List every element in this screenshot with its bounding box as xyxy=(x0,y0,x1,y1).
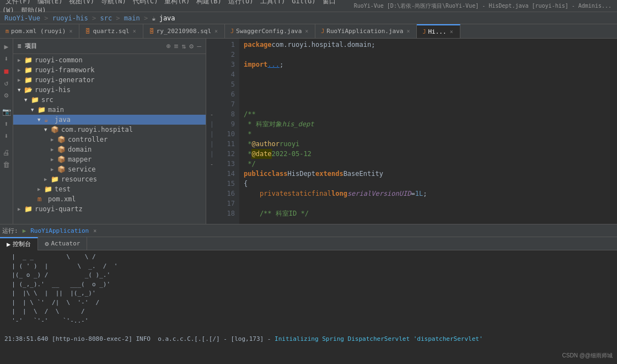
console-line-info: 21:38:51.640 [http-nio-8080-exec-2] INFO… xyxy=(4,335,613,344)
tab-ry-sql[interactable]: 🗄ry_20210908.sql× xyxy=(143,24,225,39)
menu-item[interactable]: 视图(V) xyxy=(66,0,98,5)
sidebar-item-java[interactable]: ▼ ☕ java xyxy=(13,115,206,125)
package-icon: 📦 xyxy=(57,136,66,143)
breadcrumb-item[interactable]: ruoyi-his xyxy=(52,14,88,22)
sidebar-item-mapper[interactable]: ▶ 📦 mapper xyxy=(13,154,206,164)
run-btn[interactable]: ▶ xyxy=(1,41,12,52)
sidebar-item-main[interactable]: ▼ 📁 main xyxy=(13,105,206,115)
tab-hisdept-java[interactable]: JHi...× xyxy=(417,24,460,39)
scroll-down-btn[interactable]: ⬇ xyxy=(1,130,12,141)
folder-icon: 📁 xyxy=(24,56,33,64)
sidebar-icon-sort[interactable]: ⇅ xyxy=(182,42,186,50)
gutter-item xyxy=(206,89,217,99)
sidebar-item-test[interactable]: ▶ 📁 test xyxy=(13,184,206,194)
console-line: | |\ \ | || |(_,_)' xyxy=(4,289,613,298)
delete-btn[interactable]: 🗑 xyxy=(1,159,12,170)
tab-label: RuoYiApplication.java xyxy=(326,28,403,35)
sidebar-item-service[interactable]: ▶ 📦 service xyxy=(13,164,206,174)
sidebar-icon-add[interactable]: ⊕ xyxy=(167,42,171,50)
breadcrumb-item[interactable]: RuoYi-Vue xyxy=(4,14,40,22)
tab-actuator[interactable]: ⚙ Actuator xyxy=(38,237,87,250)
sql-icon: 🗄 xyxy=(85,28,90,34)
menu-bar-title: RuoYi-Vue [D:\若依-尚医疗项目\RuoYi-Vue] - HisD… xyxy=(351,2,615,10)
sidebar-item-ruoyi-framework[interactable]: ▶ 📁 ruoyi-framework xyxy=(13,65,206,75)
folder-icon: 📁 xyxy=(24,76,33,84)
sidebar-item-ruoyi-quartz[interactable]: ▶ 📁 ruoyi-quartz xyxy=(13,204,206,214)
sidebar-icon-list[interactable]: ≡ xyxy=(174,42,179,50)
sidebar-item-ruoyi-common[interactable]: ▶ 📁 ruoyi-common xyxy=(13,55,206,65)
sidebar-item-label: domain xyxy=(68,146,92,153)
tab-close-btn[interactable]: × xyxy=(405,28,411,35)
tab-close-btn[interactable]: × xyxy=(213,28,219,35)
console-line: | _ _ \ \ / xyxy=(4,253,613,262)
rerun-btn[interactable]: ↺ xyxy=(1,77,12,88)
debug-btn[interactable]: ⬇ xyxy=(1,53,12,64)
folder-icon: 📁 xyxy=(24,66,33,74)
tab-quartz-sql[interactable]: 🗄quartz.sql× xyxy=(79,24,143,39)
sidebar-item-label: ruoyi-his xyxy=(35,86,71,94)
line-num: 1 xyxy=(222,40,235,50)
tab-console[interactable]: ▶ 控制台 xyxy=(0,237,38,250)
tab-close-btn[interactable]: × xyxy=(449,28,454,35)
breadcrumb-item[interactable]: src xyxy=(100,14,112,22)
scroll-up-btn[interactable]: ⬆ xyxy=(1,118,12,129)
gutter-item xyxy=(206,50,217,60)
sidebar-item-label: ruoyi-quartz xyxy=(35,205,83,213)
tab-swagger-java[interactable]: JSwaggerConfig.java× xyxy=(225,24,315,39)
menu-item[interactable]: 编辑(E) xyxy=(34,0,66,5)
sidebar-item-resources[interactable]: ▶ 📁 resources xyxy=(13,174,206,184)
gutter-fold[interactable]: - xyxy=(206,109,217,119)
sidebar-item-ruoyi-his[interactable]: ▼ 📂 ruoyi-his xyxy=(13,85,206,95)
console-line: | | \ `' /| \ '-' / xyxy=(4,298,613,308)
folder-icon: 📁 xyxy=(44,185,53,193)
bottom-tabs: ▶ 控制台 ⚙ Actuator xyxy=(0,237,617,250)
print-btn[interactable]: 🖨 xyxy=(1,147,12,158)
stop-btn[interactable]: ■ xyxy=(1,65,12,76)
console-line: | (_,_).' __ ___( o _)' xyxy=(4,280,613,290)
gutter-item xyxy=(206,60,217,69)
sidebar-item-label: controller xyxy=(68,136,108,143)
sidebar-tree: ▶ 📁 ruoyi-common ▶ 📁 ruoyi-framework ▶ 📁 xyxy=(13,54,206,224)
sidebar-item-label: java xyxy=(55,116,71,124)
run-app-name[interactable]: RuoYiApplication xyxy=(30,227,89,234)
sidebar-item-ruoyi-generator[interactable]: ▶ 📁 ruoyi-generator xyxy=(13,75,206,85)
menu-item[interactable]: 运行(U) xyxy=(225,0,257,5)
tab-pom-ruoyi[interactable]: mpom.xml (ruoyi)× xyxy=(0,24,79,39)
run-close-btn[interactable]: × xyxy=(93,228,96,234)
sidebar-icon-minimize[interactable]: — xyxy=(197,42,201,50)
sidebar-item-pom-xml[interactable]: ▶ m pom.xml xyxy=(13,194,206,204)
menu-item[interactable]: 文件(F) xyxy=(2,0,34,5)
sidebar-item-label: service xyxy=(68,165,96,173)
package-icon: 📦 xyxy=(51,126,60,133)
sidebar-icon-settings[interactable]: ⚙ xyxy=(189,42,194,50)
camera-btn[interactable]: 📷 xyxy=(1,106,12,117)
sidebar-item-domain[interactable]: ▶ 📦 domain xyxy=(13,144,206,154)
tab-close-btn[interactable]: × xyxy=(132,28,137,35)
breadcrumb-item[interactable]: ☕ java xyxy=(152,14,175,22)
sidebar-item-controller[interactable]: ▶ 📦 controller xyxy=(13,135,206,144)
tab-close-btn[interactable]: × xyxy=(304,28,309,35)
gutter-fold[interactable]: - xyxy=(206,159,217,169)
menu-item[interactable]: 构建(B) xyxy=(193,0,225,5)
code-line: * xyxy=(244,129,613,139)
sidebar-header: ≡ 项目 ⊕ ≡ ⇅ ⚙ — xyxy=(13,39,206,54)
tab-ruoyi-app-java[interactable]: JRuoYiApplication.java× xyxy=(315,24,417,39)
settings-btn[interactable]: ⚙ xyxy=(1,89,12,100)
menu-item[interactable]: Git(G) xyxy=(288,0,319,5)
code-line: */ xyxy=(244,159,613,169)
breadcrumb-separator: > xyxy=(140,14,152,22)
menu-item[interactable]: 工具(T) xyxy=(257,0,289,5)
console-icon: ▶ xyxy=(7,240,10,248)
menu-item[interactable]: 导航(N) xyxy=(98,0,130,5)
java-icon: J xyxy=(230,28,234,34)
sidebar-item-com-ruoyi-hospital[interactable]: ▼ 📦 com.ruoyi.hospital xyxy=(13,125,206,135)
menu-item[interactable]: 代码(C) xyxy=(130,0,162,5)
code-lines[interactable]: package com.ruoyi.hospital.domain; impor… xyxy=(239,39,617,224)
menu-bar: 文件(F)编辑(E)视图(V)导航(N)代码(C)重构(R)构建(B)运行(U)… xyxy=(0,0,617,12)
breadcrumb-item[interactable]: main xyxy=(124,14,140,22)
tab-close-btn[interactable]: × xyxy=(68,28,73,35)
code-content: - │ │ │ │ - 1 2 3 4 xyxy=(206,39,617,224)
menu-item[interactable]: 重构(R) xyxy=(161,0,193,5)
sidebar-item-src[interactable]: ▼ 📁 src xyxy=(13,95,206,105)
line-num: 2 xyxy=(222,50,235,60)
